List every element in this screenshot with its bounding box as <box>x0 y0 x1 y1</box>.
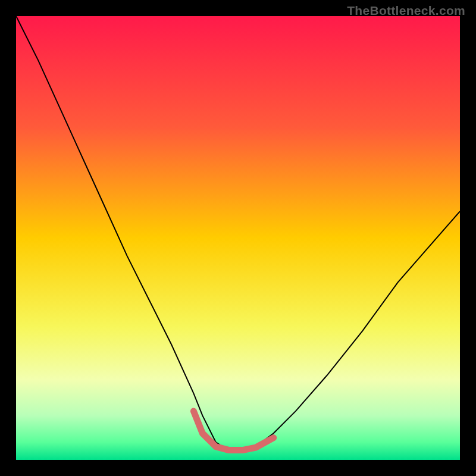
chart-svg <box>0 0 476 476</box>
plot-background <box>16 16 460 460</box>
watermark-text: TheBottleneck.com <box>347 4 465 18</box>
bottleneck-chart <box>0 0 476 476</box>
